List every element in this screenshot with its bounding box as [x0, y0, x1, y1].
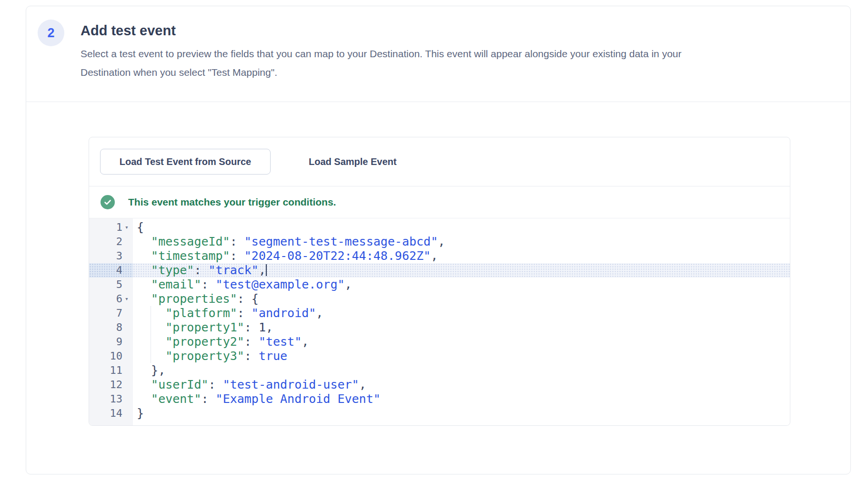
text-cursor	[266, 264, 267, 276]
load-test-event-button[interactable]: Load Test Event from Source	[100, 149, 271, 175]
code-token	[137, 292, 151, 306]
line-number: 14	[110, 406, 123, 421]
code-token: ,	[302, 335, 309, 349]
code-token: "2024-08-20T22:44:48.962Z"	[244, 249, 431, 263]
gutter-cell: 7	[89, 306, 133, 320]
code-token: 1	[259, 320, 266, 334]
code-token	[137, 306, 151, 320]
code-token	[151, 306, 165, 320]
code-token: ,	[259, 263, 266, 277]
line-number: 11	[110, 363, 123, 378]
code-token: :	[244, 335, 259, 349]
step-header-text: Add test event Select a test event to pr…	[81, 20, 682, 102]
fold-caret-icon[interactable]: ▾	[122, 220, 131, 235]
code-token: "track"	[209, 263, 259, 277]
code-token: : {	[237, 292, 259, 306]
code-token: "segment-test-message-abcd"	[244, 235, 438, 248]
code-line-content: "platform": "android",	[133, 306, 790, 320]
code-line-4: 4 "type": "track",	[89, 263, 790, 278]
code-token: ,	[431, 249, 438, 263]
code-line-3: 3 "timestamp": "2024-08-20T22:44:48.962Z…	[89, 249, 790, 263]
step-number-badge: 2	[38, 20, 64, 46]
code-line-content: "event": "Example Android Event"	[133, 392, 790, 406]
code-line-10: 10 "property3": true	[89, 349, 790, 363]
gutter-cell: 9	[89, 335, 133, 349]
code-token: "test@example.org"	[216, 278, 345, 291]
line-number: 12	[110, 378, 123, 392]
code-token: :	[201, 278, 215, 291]
code-token	[151, 320, 165, 334]
code-token	[137, 278, 151, 291]
fold-caret-icon[interactable]: ▾	[122, 292, 131, 306]
code-token: "property3"	[165, 349, 244, 363]
step-header: 2 Add test event Select a test event to …	[26, 6, 850, 102]
code-line-content: "property2": "test",	[133, 335, 790, 349]
line-number: 7	[116, 306, 122, 320]
code-token: :	[230, 235, 244, 248]
code-token: ,	[345, 278, 352, 291]
gutter-cell: 1▾	[89, 220, 133, 235]
code-token: "platform"	[165, 306, 237, 320]
gutter-cell: 14	[89, 406, 133, 421]
code-line-13: 13 "event": "Example Android Event"	[89, 392, 790, 406]
code-line-1: 1▾{	[89, 220, 790, 235]
code-line-2: 2 "messageId": "segment-test-message-abc…	[89, 235, 790, 249]
line-number: 8	[116, 320, 122, 335]
code-editor[interactable]: 1▾{2 "messageId": "segment-test-message-…	[89, 218, 790, 425]
code-token	[137, 320, 151, 334]
code-line-9: 9 "property2": "test",	[89, 335, 790, 349]
line-number: 3	[116, 249, 122, 263]
line-number: 6	[116, 292, 122, 306]
code-token: "property1"	[165, 320, 244, 334]
gutter-cell: 11	[89, 363, 133, 378]
code-token: :	[230, 249, 244, 263]
code-token	[137, 392, 151, 406]
code-line-content: "properties": {	[133, 292, 790, 306]
code-line-content: "timestamp": "2024-08-20T22:44:48.962Z",	[133, 249, 790, 263]
line-number: 10	[110, 349, 123, 363]
code-token: "type"	[151, 263, 194, 277]
code-token	[151, 349, 165, 363]
code-line-content: "property3": true	[133, 349, 790, 363]
code-line-content: {	[133, 220, 790, 235]
code-line-12: 12 "userId": "test-android-user",	[89, 378, 790, 392]
code-token: :	[244, 320, 259, 334]
step-description-line2: Destination when you select "Test Mappin…	[81, 63, 682, 82]
gutter-cell: 6▾	[89, 292, 133, 306]
step-body: Load Test Event from Source Load Sample …	[26, 102, 850, 426]
gutter-cell: 3	[89, 249, 133, 263]
code-token: "Example Android Event"	[216, 392, 381, 406]
code-line-6: 6▾ "properties": {	[89, 292, 790, 306]
code-token: ,	[266, 320, 273, 334]
code-token: "email"	[151, 278, 201, 291]
code-token	[137, 349, 151, 363]
line-number: 5	[116, 278, 122, 292]
code-editor-lines: 1▾{2 "messageId": "segment-test-message-…	[89, 220, 790, 421]
code-token: "test"	[259, 335, 302, 349]
line-number: 13	[110, 392, 123, 406]
code-token	[151, 335, 165, 349]
gutter-cell: 8	[89, 320, 133, 335]
code-token: :	[209, 378, 223, 391]
code-token: ,	[316, 306, 323, 320]
code-token: "messageId"	[151, 235, 230, 248]
code-token: {	[137, 220, 144, 234]
code-line-11: 11 },	[89, 363, 790, 378]
page-title: Add test event	[81, 22, 682, 39]
code-token: ,	[359, 378, 366, 391]
gutter-cell: 4	[89, 263, 133, 278]
code-token: "properties"	[151, 292, 237, 306]
check-circle-icon	[101, 195, 115, 209]
load-sample-event-button[interactable]: Load Sample Event	[282, 149, 424, 175]
gutter-cell: 12	[89, 378, 133, 392]
code-line-14: 14}	[89, 406, 790, 421]
step-description-line1: Select a test event to preview the field…	[81, 44, 682, 63]
code-token	[137, 335, 151, 349]
code-line-content: "messageId": "segment-test-message-abcd"…	[133, 235, 790, 249]
code-token: "test-android-user"	[223, 378, 359, 391]
code-token	[137, 378, 151, 391]
line-number: 2	[116, 235, 122, 249]
gutter-cell: 13	[89, 392, 133, 406]
code-token	[137, 235, 151, 248]
code-line-content: "userId": "test-android-user",	[133, 378, 790, 392]
